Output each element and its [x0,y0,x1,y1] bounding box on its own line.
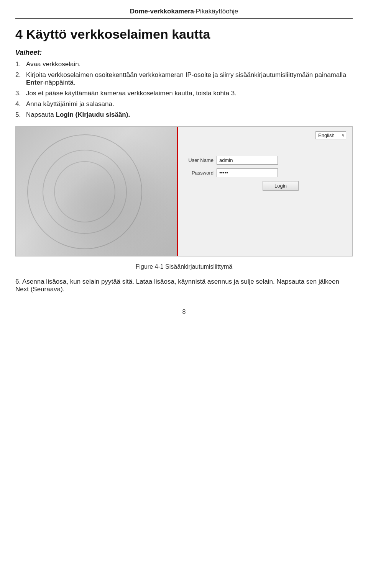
step6-text: Asenna lisäosa, kun selain pyytää sitä. … [15,278,339,293]
step-number-6: 6. [15,278,22,285]
language-selector-wrapper[interactable]: English ∨ [315,131,346,139]
language-select[interactable]: English [315,131,346,139]
password-input[interactable] [217,168,278,177]
figure-caption: Figure 4-1 Sisäänkirjautumisliittymä [15,263,353,270]
login-right-panel: English ∨ User Name Password Login [178,127,352,256]
section-title: 4 Käyttö verkkoselaimen kautta [15,27,353,42]
step-number: 4. [15,100,26,108]
header-title-bold: Dome-verkkokamera [130,8,194,15]
steps-list: 1. Avaa verkkoselain. 2. Kirjoita verkko… [15,60,353,119]
login-button[interactable]: Login [263,181,299,191]
login-screenshot: English ∨ User Name Password Login [15,126,353,256]
step-text: Avaa verkkoselain. [26,60,353,68]
step-number: 3. [15,90,26,97]
password-row: Password [186,168,345,177]
page-header: Dome-verkkokamera·Pikakäyttöohje [15,8,353,19]
step-number: 1. [15,60,26,68]
username-row: User Name [186,156,345,165]
step-text: Jos et pääse käyttämään kameraa verkkose… [26,90,353,97]
login-button-row: Login [186,181,345,191]
list-item: 2. Kirjoita verkkoselaimen osoitekenttää… [15,71,353,87]
username-label: User Name [186,157,217,163]
list-item: 4. Anna käyttäjänimi ja salasana. [15,100,353,108]
login-form-area: User Name Password Login [186,156,345,191]
step-text: Anna käyttäjänimi ja salasana. [26,100,353,108]
vaiheet-label: Vaiheet: [15,49,353,57]
username-input[interactable] [217,156,278,165]
list-item: 3. Jos et pääse käyttämään kameraa verkk… [15,90,353,97]
header-title: Dome-verkkokamera·Pikakäyttöohje [130,8,238,15]
step-number: 5. [15,111,26,119]
step-text: Kirjoita verkkoselaimen osoitekenttään v… [26,71,353,87]
step6-container: 6. Asenna lisäosa, kun selain pyytää sit… [15,278,353,293]
password-label: Password [186,170,217,176]
list-item: 5. Napsauta Login (Kirjaudu sisään). [15,111,353,119]
login-left-panel [16,127,177,256]
list-item: 1. Avaa verkkoselain. [15,60,353,68]
step-number: 2. [15,71,26,79]
step-text: Napsauta Login (Kirjaudu sisään). [26,111,353,119]
page-number: 8 [15,309,353,315]
dome-arc-3 [54,161,115,222]
header-title-normal: ·Pikakäyttöohje [194,8,238,15]
